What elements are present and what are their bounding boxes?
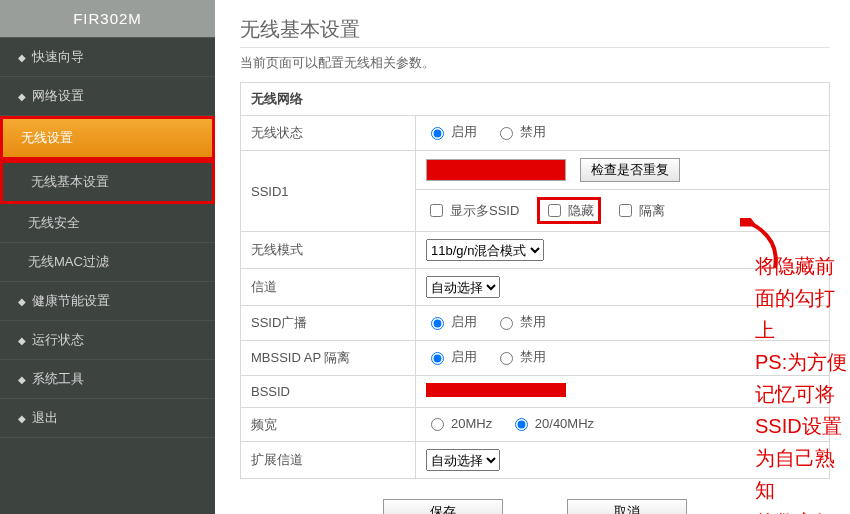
channel-select[interactable]: 自动选择	[426, 276, 500, 298]
annotation-line4: 的数字组合	[755, 506, 850, 514]
row-broadcast-label: SSID广播	[241, 306, 416, 341]
menu-wireless-label: 无线设置	[21, 130, 73, 145]
menu-network[interactable]: 网络设置	[0, 77, 215, 116]
ssid1-input[interactable]	[426, 159, 566, 181]
bssid-redacted	[426, 383, 566, 397]
bandwidth-2040[interactable]: 20/40MHz	[510, 415, 594, 431]
row-ssid1-label: SSID1	[241, 151, 416, 232]
menu-quick-wizard[interactable]: 快速向导	[0, 38, 215, 77]
chk-hide-ssid[interactable]: 隐藏	[544, 201, 594, 220]
content: 无线基本设置 当前页面可以配置无线相关参数。 无线网络 无线状态 启用 禁用 S…	[215, 0, 850, 514]
row-ssid1-value: 检查是否重复	[416, 151, 830, 190]
row-extch-label: 扩展信道	[241, 442, 416, 479]
bandwidth-20[interactable]: 20MHz	[426, 415, 492, 431]
broadcast-disable[interactable]: 禁用	[495, 313, 546, 331]
highlight-hide-checkbox: 隐藏	[537, 197, 601, 224]
app-root: FIR302M 快速向导 网络设置 无线设置 无线基本设置 无线安全 无线MAC…	[0, 0, 850, 514]
row-status-label: 无线状态	[241, 116, 416, 151]
menu-tools[interactable]: 系统工具	[0, 360, 215, 399]
row-bssid-label: BSSID	[241, 376, 416, 408]
annotation-text: 将隐藏前面的勾打上 PS:为方便记忆可将 SSID设置为自己熟知 的数字组合	[755, 250, 850, 514]
broadcast-enable[interactable]: 启用	[426, 313, 477, 331]
mbssid-enable[interactable]: 启用	[426, 348, 477, 366]
cancel-button[interactable]: 取消	[567, 499, 687, 514]
row-channel-label: 信道	[241, 269, 416, 306]
group-header: 无线网络	[241, 83, 830, 116]
row-ssid1-checks: 显示多SSID 隐藏 隔离	[416, 190, 830, 232]
row-mbssid-label: MBSSID AP 隔离	[241, 341, 416, 376]
chk-isolate[interactable]: 隔离	[615, 201, 665, 220]
status-disable[interactable]: 禁用	[495, 123, 546, 141]
mbssid-disable[interactable]: 禁用	[495, 348, 546, 366]
menu-energy[interactable]: 健康节能设置	[0, 282, 215, 321]
annotation-line2: PS:为方便记忆可将	[755, 346, 850, 410]
page-title: 无线基本设置	[240, 10, 830, 47]
menu-status[interactable]: 运行状态	[0, 321, 215, 360]
sidebar-title: FIR302M	[0, 0, 215, 38]
extch-select[interactable]: 自动选择	[426, 449, 500, 471]
check-duplicate-button[interactable]: 检查是否重复	[580, 158, 680, 182]
save-button[interactable]: 保存	[383, 499, 503, 514]
row-mode-label: 无线模式	[241, 232, 416, 269]
row-status-value: 启用 禁用	[416, 116, 830, 151]
submenu-basic[interactable]: 无线基本设置	[0, 160, 215, 204]
submenu-security[interactable]: 无线安全	[0, 204, 215, 243]
annotation-line1: 将隐藏前面的勾打上	[755, 250, 850, 346]
button-row: 保存 取消	[240, 499, 830, 514]
submenu-macfilter[interactable]: 无线MAC过滤	[0, 243, 215, 282]
settings-table: 无线网络 无线状态 启用 禁用 SSID1 检查是否重复 显示多SSID	[240, 82, 830, 479]
menu-logout[interactable]: 退出	[0, 399, 215, 438]
annotation-line3: SSID设置为自己熟知	[755, 410, 850, 506]
page-desc: 当前页面可以配置无线相关参数。	[240, 47, 830, 82]
sidebar: FIR302M 快速向导 网络设置 无线设置 无线基本设置 无线安全 无线MAC…	[0, 0, 215, 514]
chk-multi-ssid[interactable]: 显示多SSID	[426, 201, 519, 220]
status-enable[interactable]: 启用	[426, 123, 477, 141]
row-bandwidth-label: 频宽	[241, 408, 416, 442]
menu-wireless[interactable]: 无线设置	[0, 116, 215, 160]
mode-select[interactable]: 11b/g/n混合模式	[426, 239, 544, 261]
